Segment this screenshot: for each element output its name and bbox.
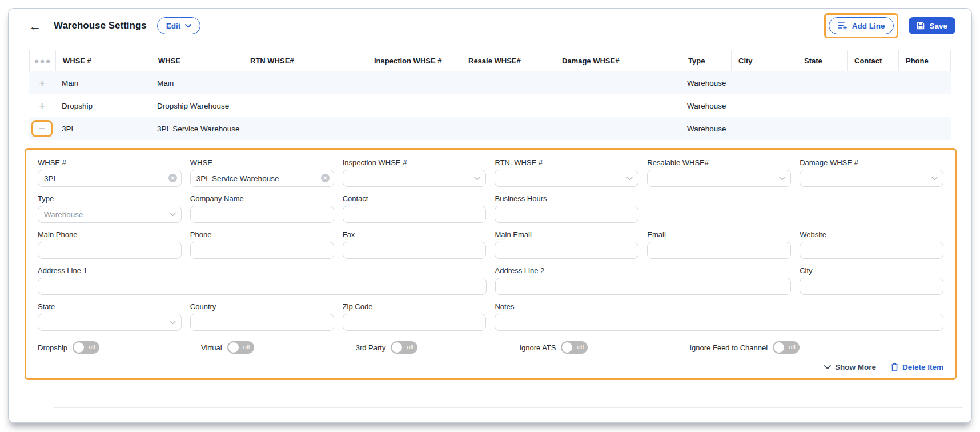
field-company-name: Company Name [190, 194, 334, 223]
chevron-down-icon [185, 24, 191, 28]
ignore-feed-to-channel-toggle[interactable]: off [773, 341, 800, 354]
page-header: ← Warehouse Settings Edit [9, 9, 971, 43]
expand-plus-icon[interactable]: + [39, 101, 45, 111]
chevron-down-icon [170, 319, 176, 326]
email-input[interactable] [647, 242, 791, 259]
col-header-contact[interactable]: Contact [847, 50, 898, 71]
field-address-line-2: Address Line 2 [495, 266, 792, 295]
col-header-rtn-whse[interactable]: RTN WHSE# [243, 50, 367, 71]
collapse-highlight-box: − [31, 120, 53, 137]
state-select[interactable] [38, 314, 182, 331]
show-more-label: Show More [835, 363, 876, 371]
field-label: Notes [495, 302, 943, 311]
table-row-3pl[interactable]: − 3PL 3PL Service Warehouse Warehouse [29, 117, 951, 140]
show-more-button[interactable]: Show More [824, 363, 876, 371]
chevron-down-icon [824, 365, 831, 370]
toggle-label: Ignore ATS [519, 343, 556, 352]
country-input[interactable] [190, 314, 334, 331]
save-button[interactable]: Save [909, 17, 955, 34]
website-input[interactable] [800, 242, 943, 259]
type-select[interactable]: Warehouse [38, 206, 182, 223]
cell-whse-num: Dropship [55, 102, 150, 110]
cell-whse-num: Main [55, 79, 150, 87]
bottom-divider [54, 407, 963, 408]
col-header-damage-whse[interactable]: Damage WHSE# [555, 50, 681, 71]
phone-input[interactable] [190, 242, 334, 259]
field-label: Company Name [190, 194, 334, 203]
contact-input[interactable] [343, 206, 487, 223]
delete-item-button[interactable]: Delete Item [891, 363, 943, 371]
col-header-state[interactable]: State [797, 50, 847, 71]
toggle-virtual: Virtual off [201, 341, 254, 354]
table-row-dropship[interactable]: + Dropship Dropship Warehouse Warehouse [29, 94, 951, 117]
col-header-resale-whse[interactable]: Resale WHSE# [461, 50, 555, 71]
col-header-whse[interactable]: WHSE [151, 50, 243, 71]
virtual-toggle[interactable]: off [227, 341, 254, 354]
company-name-input[interactable] [190, 206, 334, 223]
clear-icon[interactable]: ✕ [321, 174, 330, 182]
city-input[interactable] [800, 278, 943, 295]
business-hours-input[interactable] [495, 206, 638, 223]
fax-input[interactable] [343, 242, 487, 259]
col-header-inspection-whse[interactable]: Inspection WHSE # [367, 50, 461, 71]
col-header-type[interactable]: Type [681, 50, 731, 71]
delete-item-label: Delete Item [902, 363, 943, 371]
field-zip-code: Zip Code [343, 302, 487, 331]
field-city: City [800, 266, 943, 295]
col-header-phone[interactable]: Phone [898, 50, 950, 71]
rtn-whse-select[interactable] [495, 170, 638, 187]
page-title: Warehouse Settings [54, 20, 147, 31]
clear-icon[interactable]: ✕ [168, 174, 177, 182]
edit-button-label: Edit [166, 22, 181, 30]
chevron-down-icon [170, 211, 176, 218]
add-line-button[interactable]: Add Line [829, 17, 894, 34]
col-header-whse-num[interactable]: WHSE # [55, 50, 151, 71]
warehouse-settings-window: ← Warehouse Settings Edit [8, 8, 972, 423]
chevron-down-icon [931, 175, 938, 182]
cell-whse: Main [150, 79, 242, 87]
back-arrow-icon[interactable]: ← [29, 20, 41, 32]
warehouse-table: ●●● WHSE # WHSE RTN WHSE# Inspection WHS… [29, 50, 951, 140]
column-options-cell[interactable]: ●●● [30, 50, 55, 71]
zip-code-input[interactable] [343, 314, 487, 331]
resalable-whse-select[interactable] [647, 170, 791, 187]
field-rtn-whse: RTN. WHSE # [495, 158, 638, 187]
damage-whse-select[interactable] [800, 170, 943, 187]
whse-num-input[interactable] [38, 170, 182, 187]
inspection-whse-select[interactable] [343, 170, 487, 187]
whse-input[interactable] [190, 170, 334, 187]
field-label: Country [190, 302, 334, 311]
toggle-knob [74, 342, 84, 353]
address-line-2-input[interactable] [495, 278, 792, 295]
main-phone-input[interactable] [38, 242, 182, 259]
chevron-down-icon [626, 175, 633, 182]
field-inspection-whse: Inspection WHSE # [343, 158, 487, 187]
field-state: State [38, 302, 182, 331]
field-label: WHSE [190, 158, 334, 167]
toggle-ignore-ats: Ignore ATS off [519, 341, 588, 354]
main-email-input[interactable] [495, 242, 638, 259]
cell-whse: 3PL Service Warehouse [150, 125, 242, 133]
field-label: Phone [190, 230, 334, 239]
field-label: Type [38, 194, 182, 203]
field-label: Email [647, 230, 791, 239]
field-label: Website [800, 230, 943, 239]
field-label: City [800, 266, 943, 275]
ignore-ats-toggle[interactable]: off [561, 341, 588, 354]
notes-input[interactable] [495, 314, 943, 331]
table-row-main[interactable]: + Main Main Warehouse [29, 71, 951, 94]
cell-type: Warehouse [680, 102, 730, 110]
collapse-minus-icon[interactable]: − [39, 123, 45, 134]
dropship-toggle[interactable]: off [73, 341, 99, 354]
toggle-knob [774, 342, 784, 353]
col-header-city[interactable]: City [731, 50, 797, 71]
address-line-1-input[interactable] [38, 278, 487, 295]
third-party-toggle[interactable]: off [391, 341, 417, 354]
field-label: State [38, 302, 182, 311]
field-label: Inspection WHSE # [343, 158, 487, 167]
edit-button[interactable]: Edit [157, 17, 201, 34]
field-notes: Notes [495, 302, 943, 331]
field-website: Website [800, 230, 943, 259]
expand-plus-icon[interactable]: + [39, 78, 45, 89]
toggle-label: Ignore Feed to Channel [689, 343, 768, 352]
